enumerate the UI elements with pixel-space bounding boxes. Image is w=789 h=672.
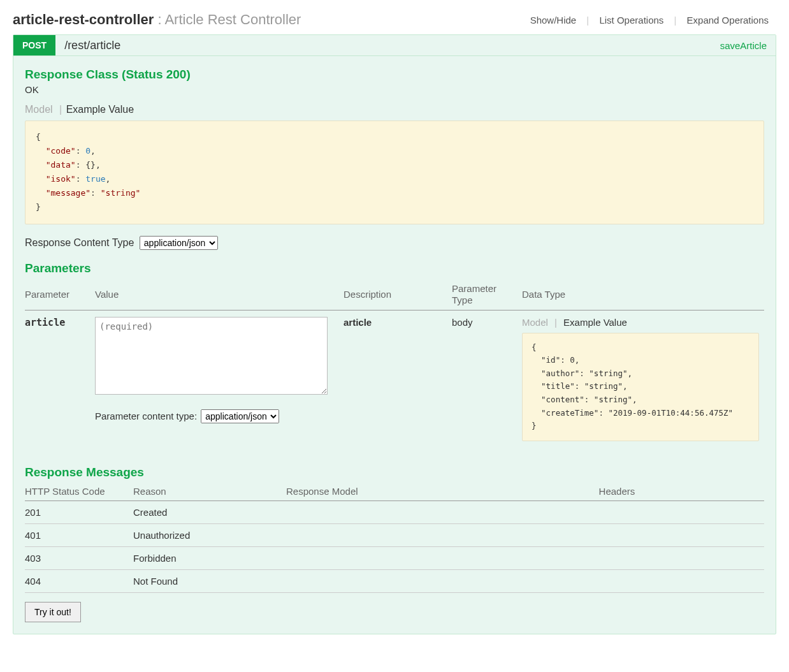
- param-content-type-row: Parameter content type: application/json: [95, 409, 338, 423]
- datatype-tab-model[interactable]: Model: [522, 317, 548, 328]
- controller-links: Show/Hide | List Operations | Expand Ope…: [523, 15, 776, 26]
- param-type: body: [452, 310, 522, 448]
- controller-desc: Article Rest Controller: [164, 11, 301, 27]
- msg-model: [286, 546, 599, 569]
- param-header-type: ParameterType: [452, 279, 522, 310]
- operation-panel: POST /rest/article saveArticle Response …: [13, 34, 776, 634]
- http-method-badge: POST: [13, 35, 55, 55]
- msg-header-code: HTTP Status Code: [25, 482, 133, 501]
- msg-headers: [599, 500, 764, 523]
- msg-header-headers: Headers: [599, 482, 764, 501]
- msg-reason: Forbidden: [133, 546, 286, 569]
- msg-code: 201: [25, 500, 133, 523]
- response-example-json[interactable]: { "code": 0, "data": {}, "isok": true, "…: [25, 121, 764, 224]
- msg-reason: Not Found: [133, 569, 286, 592]
- msg-reason: Created: [133, 500, 286, 523]
- param-header-parameter: Parameter: [25, 279, 95, 310]
- msg-code: 401: [25, 523, 133, 546]
- msg-code: 403: [25, 546, 133, 569]
- response-message-row: 201Created: [25, 500, 764, 523]
- parameters-title: Parameters: [25, 261, 764, 275]
- controller-name: article-rest-controller: [13, 11, 154, 27]
- parameter-row: article Parameter content type: applicat…: [25, 310, 764, 448]
- param-value-input[interactable]: [95, 317, 328, 395]
- msg-model: [286, 500, 599, 523]
- tab-model[interactable]: Model: [25, 104, 53, 115]
- response-tabs: Model | Example Value: [25, 104, 764, 115]
- msg-header-reason: Reason: [133, 482, 286, 501]
- try-it-out-button[interactable]: Try it out!: [25, 602, 81, 622]
- tab-example-value[interactable]: Example Value: [66, 104, 134, 115]
- msg-headers: [599, 569, 764, 592]
- param-header-value: Value: [95, 279, 344, 310]
- operation-header[interactable]: POST /rest/article saveArticle: [13, 35, 776, 56]
- link-divider: |: [586, 15, 589, 26]
- controller-header: article-rest-controller : Article Rest C…: [13, 6, 776, 34]
- response-content-type-label: Response Content Type: [25, 237, 134, 248]
- response-message-row: 404Not Found: [25, 569, 764, 592]
- link-divider: |: [674, 15, 677, 26]
- response-message-row: 403Forbidden: [25, 546, 764, 569]
- operation-body: Response Class (Status 200) OK Model | E…: [13, 56, 776, 634]
- response-class-title: Response Class (Status 200): [25, 68, 764, 82]
- show-hide-link[interactable]: Show/Hide: [523, 15, 584, 26]
- msg-code: 404: [25, 569, 133, 592]
- param-content-type-label: Parameter content type:: [95, 411, 197, 421]
- msg-header-model: Response Model: [286, 482, 599, 501]
- response-messages-table: HTTP Status Code Reason Response Model H…: [25, 482, 764, 593]
- msg-model: [286, 523, 599, 546]
- datatype-example-json[interactable]: { "id": 0, "author": "string", "title": …: [522, 333, 759, 441]
- response-message-row: 401Unauthorized: [25, 523, 764, 546]
- endpoint-path[interactable]: /rest/article: [55, 39, 720, 52]
- msg-headers: [599, 546, 764, 569]
- response-content-type-select[interactable]: application/json: [140, 236, 218, 250]
- list-operations-link[interactable]: List Operations: [591, 15, 671, 26]
- datatype-tab-example[interactable]: Example Value: [563, 317, 627, 328]
- param-header-description: Description: [344, 279, 452, 310]
- parameters-table: Parameter Value Description ParameterTyp…: [25, 279, 764, 448]
- datatype-tabs: Model | Example Value: [522, 317, 759, 328]
- msg-model: [286, 569, 599, 592]
- response-content-type-row: Response Content Type application/json: [25, 236, 764, 250]
- param-header-datatype: Data Type: [522, 279, 764, 310]
- msg-headers: [599, 523, 764, 546]
- controller-title[interactable]: article-rest-controller : Article Rest C…: [13, 11, 301, 28]
- expand-operations-link[interactable]: Expand Operations: [679, 15, 776, 26]
- param-description: article: [344, 310, 452, 448]
- operation-name[interactable]: saveArticle: [720, 40, 776, 51]
- param-content-type-select[interactable]: application/json: [201, 409, 279, 423]
- msg-reason: Unauthorized: [133, 523, 286, 546]
- param-name: article: [25, 310, 95, 448]
- response-messages-title: Response Messages: [25, 465, 764, 479]
- response-status-text: OK: [25, 84, 764, 95]
